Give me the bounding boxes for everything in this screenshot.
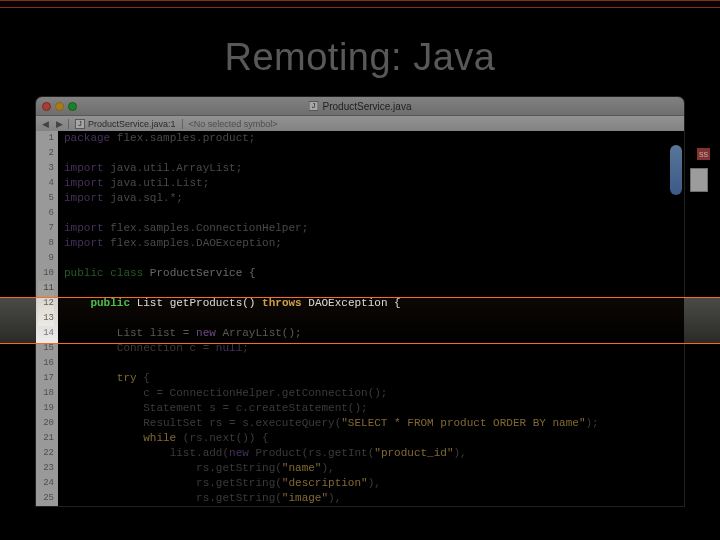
- nav-forward-icon[interactable]: ▶: [52, 118, 66, 130]
- code-line[interactable]: import flex.samples.ConnectionHelper;: [64, 221, 684, 236]
- line-number: 19: [38, 401, 54, 416]
- side-panel-stub: [690, 168, 708, 192]
- code-line[interactable]: c = ConnectionHelper.getConnection();: [64, 386, 684, 401]
- line-number: 14: [38, 326, 54, 341]
- slide-title: Remoting: Java: [0, 36, 720, 79]
- nav-back-icon[interactable]: ◀: [38, 118, 52, 130]
- code-line[interactable]: [64, 146, 684, 161]
- code-line[interactable]: list.add(new Product(rs.getInt("product_…: [64, 446, 684, 461]
- line-number: 23: [38, 461, 54, 476]
- breadcrumb-symbol[interactable]: <No selected symbol>: [182, 119, 684, 129]
- code-line[interactable]: import flex.samples.DAOException;: [64, 236, 684, 251]
- line-number: 21: [38, 431, 54, 446]
- code-line[interactable]: List list = new ArrayList();: [64, 326, 684, 341]
- code-line[interactable]: rs.getString("image"),: [64, 491, 684, 506]
- line-number: 15: [38, 341, 54, 356]
- minimize-icon[interactable]: [55, 102, 64, 111]
- code-line[interactable]: [64, 311, 684, 326]
- java-file-icon: J: [75, 119, 85, 129]
- code-line[interactable]: package flex.samples.product;: [64, 131, 684, 146]
- code-line[interactable]: [64, 281, 684, 296]
- line-number: 17: [38, 371, 54, 386]
- line-number: 20: [38, 416, 54, 431]
- window-titlebar[interactable]: J ProductService.java: [36, 97, 684, 115]
- window-title: J ProductService.java: [309, 101, 412, 112]
- code-line[interactable]: [64, 206, 684, 221]
- code-line[interactable]: import java.util.ArrayList;: [64, 161, 684, 176]
- breadcrumb-file[interactable]: J ProductService.java:1: [68, 119, 182, 129]
- code-line[interactable]: [64, 251, 684, 266]
- zoom-icon[interactable]: [68, 102, 77, 111]
- window-title-text: ProductService.java: [323, 101, 412, 112]
- side-tag: ss: [697, 148, 710, 160]
- traffic-lights: [42, 102, 77, 111]
- line-number: 18: [38, 386, 54, 401]
- line-number: 12: [38, 296, 54, 311]
- line-number: 22: [38, 446, 54, 461]
- code-line[interactable]: import java.sql.*;: [64, 191, 684, 206]
- line-number: 8: [38, 236, 54, 251]
- line-number: 2: [38, 146, 54, 161]
- code-line[interactable]: Connection c = null;: [64, 341, 684, 356]
- line-number-gutter: 1234567891011121314151617181920212223242…: [36, 131, 58, 506]
- code-area[interactable]: 1234567891011121314151617181920212223242…: [36, 131, 684, 506]
- code-line[interactable]: rs.getString("name"),: [64, 461, 684, 476]
- line-number: 5: [38, 191, 54, 206]
- code-line[interactable]: import java.util.List;: [64, 176, 684, 191]
- code-line[interactable]: [64, 356, 684, 371]
- code-line[interactable]: try {: [64, 371, 684, 386]
- code-line[interactable]: ResultSet rs = s.executeQuery("SELECT * …: [64, 416, 684, 431]
- editor-window: J ProductService.java ◀ ▶ J ProductServi…: [36, 97, 684, 506]
- code-line[interactable]: rs.getString("description"),: [64, 476, 684, 491]
- line-number: 9: [38, 251, 54, 266]
- slide-accent-bar: [0, 0, 720, 8]
- line-number: 4: [38, 176, 54, 191]
- breadcrumb-file-label: ProductService.java:1: [88, 119, 176, 129]
- line-number: 7: [38, 221, 54, 236]
- line-number: 24: [38, 476, 54, 491]
- java-file-icon: J: [309, 101, 319, 111]
- code-line[interactable]: public class ProductService {: [64, 266, 684, 281]
- line-number: 3: [38, 161, 54, 176]
- vertical-scrollbar[interactable]: [670, 145, 682, 195]
- code-line[interactable]: while (rs.next()) {: [64, 431, 684, 446]
- code-line[interactable]: Statement s = c.createStatement();: [64, 401, 684, 416]
- line-number: 10: [38, 266, 54, 281]
- line-number: 6: [38, 206, 54, 221]
- code-line[interactable]: public List getProducts() throws DAOExce…: [64, 296, 684, 311]
- close-icon[interactable]: [42, 102, 51, 111]
- line-number: 13: [38, 311, 54, 326]
- breadcrumb-symbol-label: <No selected symbol>: [189, 119, 278, 129]
- breadcrumb: ◀ ▶ J ProductService.java:1 <No selected…: [36, 115, 684, 131]
- line-number: 11: [38, 281, 54, 296]
- line-number: 1: [38, 131, 54, 146]
- code-content[interactable]: package flex.samples.product; import jav…: [58, 131, 684, 506]
- line-number: 25: [38, 491, 54, 506]
- line-number: 16: [38, 356, 54, 371]
